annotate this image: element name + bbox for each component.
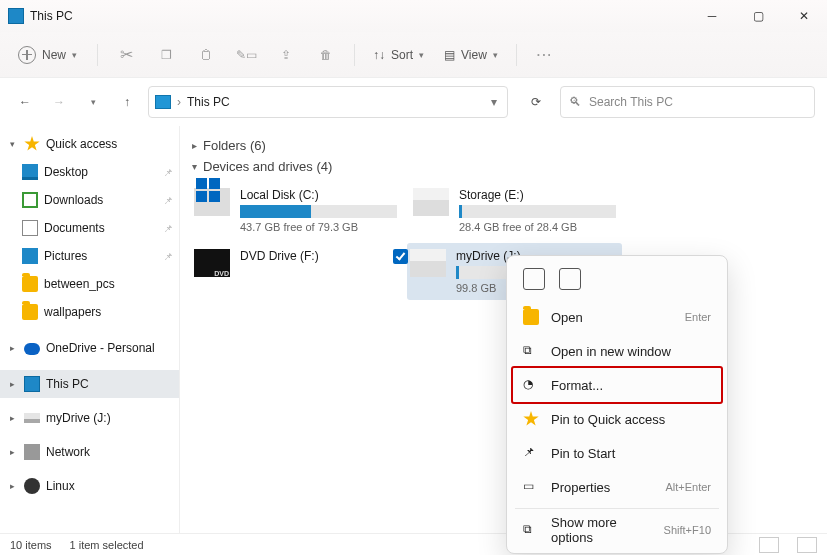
cm-pin-quick-access[interactable]: Pin to Quick access (513, 402, 721, 436)
context-menu: Open Enter ⧉ Open in new window ◔ Format… (506, 255, 728, 554)
sidebar-item-documents[interactable]: Documents 📌︎ (0, 214, 179, 242)
app-icon (8, 8, 24, 24)
rename-icon: ✎▭ (236, 48, 257, 62)
expand-icon[interactable]: ▸ (6, 481, 18, 491)
pictures-icon (22, 248, 38, 264)
breadcrumb-sep: › (177, 95, 181, 109)
ellipsis-icon: ··· (537, 48, 553, 62)
cm-properties[interactable]: ▭ Properties Alt+Enter (513, 470, 721, 504)
view-tiles-button[interactable] (797, 537, 817, 553)
cm-show-more[interactable]: ⧉ Show more options Shift+F10 (513, 513, 721, 547)
sort-button[interactable]: ↑↓ Sort ▾ (365, 42, 432, 68)
checkbox-checked-icon[interactable] (393, 249, 408, 264)
view-icon: ▤ (444, 48, 455, 62)
drive-local-c[interactable]: Local Disk (C:) 43.7 GB free of 79.3 GB (188, 182, 403, 239)
chevron-down-icon: ▾ (493, 50, 498, 60)
recent-button[interactable]: ▾ (80, 89, 106, 115)
minimize-button[interactable]: ─ (689, 0, 735, 32)
view-button[interactable]: ▤ View ▾ (436, 42, 506, 68)
windows-drive-icon (194, 188, 230, 216)
paste-button[interactable]: 📋︎ (188, 38, 224, 72)
maximize-button[interactable]: ▢ (735, 0, 781, 32)
cm-copy-button[interactable] (523, 268, 545, 290)
expand-icon[interactable]: ▸ (6, 379, 18, 389)
sidebar-item-between-pcs[interactable]: between_pcs (0, 270, 179, 298)
folder-icon (22, 304, 38, 320)
pc-icon (155, 95, 171, 109)
sidebar: ▾ Quick access Desktop 📌︎ Downloads 📌︎ D… (0, 126, 180, 533)
address-bar-row: ← → ▾ ↑ › This PC ▾ ⟳ 🔍︎ Search This PC (0, 78, 827, 126)
forward-button[interactable]: → (46, 89, 72, 115)
star-icon (523, 411, 539, 427)
cm-format[interactable]: ◔ Format... (513, 368, 721, 402)
sort-label: Sort (391, 48, 413, 62)
group-folders[interactable]: ▸ Folders (6) (192, 138, 821, 153)
close-button[interactable]: ✕ (781, 0, 827, 32)
expand-icon[interactable]: ▸ (6, 413, 18, 423)
new-button[interactable]: New ▾ (8, 40, 87, 70)
cut-button[interactable]: ✂ (108, 38, 144, 72)
titlebar: This PC ─ ▢ ✕ (0, 0, 827, 32)
drive-dvd-f[interactable]: DVD Drive (F:) (188, 243, 403, 300)
cm-pin-start[interactable]: 📌︎ Pin to Start (513, 436, 721, 470)
group-drives[interactable]: ▾ Devices and drives (4) (192, 159, 821, 174)
cm-open[interactable]: Open Enter (513, 300, 721, 334)
cloud-icon (24, 343, 40, 355)
more-button[interactable]: ··· (527, 38, 563, 72)
format-icon: ◔ (523, 377, 539, 393)
collapse-icon[interactable]: ▾ (6, 139, 18, 149)
cm-rename-button[interactable] (559, 268, 581, 290)
scissors-icon: ✂ (120, 45, 133, 64)
sidebar-network[interactable]: ▸ Network (0, 438, 179, 466)
trash-icon: 🗑︎ (320, 48, 332, 62)
linux-icon (24, 478, 40, 494)
copy-button[interactable]: ❐ (148, 38, 184, 72)
copy-icon: ❐ (161, 48, 172, 62)
sidebar-item-wallpapers[interactable]: wallpapers (0, 298, 179, 326)
sidebar-linux[interactable]: ▸ Linux (0, 472, 179, 500)
drive-storage-e[interactable]: Storage (E:) 28.4 GB free of 28.4 GB (407, 182, 622, 239)
more-icon: ⧉ (523, 522, 539, 538)
expand-icon[interactable]: ▸ (192, 140, 197, 151)
network-icon (24, 444, 40, 460)
address-dropdown[interactable]: ▾ (487, 95, 501, 109)
expand-icon[interactable]: ▸ (6, 343, 18, 353)
status-item-count: 10 items (10, 539, 52, 551)
breadcrumb[interactable]: This PC (187, 95, 481, 109)
sidebar-onedrive[interactable]: ▸ OneDrive - Personal (0, 334, 179, 362)
pin-icon: 📌︎ (163, 195, 173, 206)
pin-icon: 📌︎ (523, 445, 539, 461)
sidebar-quick-access[interactable]: ▾ Quick access (0, 130, 179, 158)
back-button[interactable]: ← (12, 89, 38, 115)
sidebar-item-pictures[interactable]: Pictures 📌︎ (0, 242, 179, 270)
paste-icon: 📋︎ (200, 48, 212, 62)
toolbar: New ▾ ✂ ❐ 📋︎ ✎▭ ⇪ 🗑︎ ↑↓ Sort ▾ ▤ View ▾ … (0, 32, 827, 78)
rename-button[interactable]: ✎▭ (228, 38, 264, 72)
search-box[interactable]: 🔍︎ Search This PC (560, 86, 815, 118)
cm-open-new-window[interactable]: ⧉ Open in new window (513, 334, 721, 368)
refresh-button[interactable]: ⟳ (520, 86, 552, 118)
sidebar-mydrive[interactable]: ▸ myDrive (J:) (0, 404, 179, 432)
pin-icon: 📌︎ (163, 167, 173, 178)
sort-icon: ↑↓ (373, 48, 385, 62)
folder-icon (22, 276, 38, 292)
plus-icon (18, 46, 36, 64)
share-icon: ⇪ (281, 48, 291, 62)
pin-icon: 📌︎ (163, 223, 173, 234)
collapse-icon[interactable]: ▾ (192, 161, 197, 172)
view-label: View (461, 48, 487, 62)
up-button[interactable]: ↑ (114, 89, 140, 115)
share-button[interactable]: ⇪ (268, 38, 304, 72)
sidebar-item-desktop[interactable]: Desktop 📌︎ (0, 158, 179, 186)
search-placeholder: Search This PC (589, 95, 673, 109)
window-title: This PC (30, 9, 689, 23)
sidebar-item-downloads[interactable]: Downloads 📌︎ (0, 186, 179, 214)
pc-icon (24, 376, 40, 392)
open-new-icon: ⧉ (523, 343, 539, 359)
sidebar-this-pc[interactable]: ▸ This PC (0, 370, 179, 398)
expand-icon[interactable]: ▸ (6, 447, 18, 457)
view-details-button[interactable] (759, 537, 779, 553)
search-icon: 🔍︎ (569, 95, 581, 109)
delete-button[interactable]: 🗑︎ (308, 38, 344, 72)
address-bar[interactable]: › This PC ▾ (148, 86, 508, 118)
